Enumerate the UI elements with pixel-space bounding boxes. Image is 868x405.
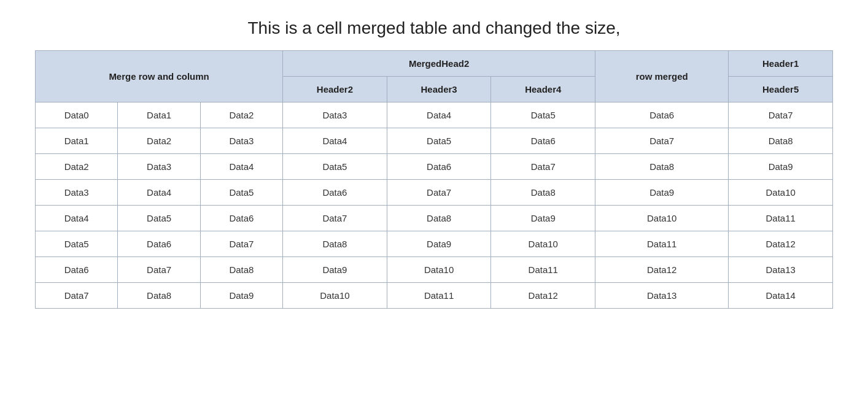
table-cell: Data8 [387,206,491,231]
table-cell: Data9 [283,257,387,283]
header-header1: Header1 [729,51,833,77]
table-cell: Data7 [729,102,833,128]
table-cell: Data11 [387,283,491,309]
table-cell: Data7 [118,257,200,283]
table-cell: Data9 [491,206,595,231]
table-cell: Data11 [595,231,729,257]
header-header4: Header4 [491,77,595,102]
table-cell: Data12 [491,283,595,309]
table-cell: Data7 [491,154,595,180]
table-cell: Data13 [595,283,729,309]
table-cell: Data8 [491,180,595,206]
table-row: Data7Data8Data9Data10Data11Data12Data13D… [36,283,833,309]
header-row-merged: row merged [595,51,729,102]
table-row: Data3Data4Data5Data6Data7Data8Data9Data1… [36,180,833,206]
table-cell: Data11 [491,257,595,283]
header-header3: Header3 [387,77,491,102]
table-cell: Data10 [729,180,833,206]
table-cell: Data10 [283,283,387,309]
table-cell: Data4 [36,206,118,231]
table-cell: Data5 [387,128,491,154]
table-cell: Data4 [283,128,387,154]
table-row: Data2Data3Data4Data5Data6Data7Data8Data9 [36,154,833,180]
table-cell: Data13 [729,257,833,283]
table-row: Data6Data7Data8Data9Data10Data11Data12Da… [36,257,833,283]
table-cell: Data5 [200,180,282,206]
table-cell: Data7 [283,206,387,231]
table-cell: Data2 [118,128,200,154]
table-cell: Data9 [595,180,729,206]
table-cell: Data12 [595,257,729,283]
table-cell: Data10 [595,206,729,231]
table-cell: Data9 [387,231,491,257]
table-cell: Data2 [36,154,118,180]
table-cell: Data0 [36,102,118,128]
table-row: Data1Data2Data3Data4Data5Data6Data7Data8 [36,128,833,154]
table-cell: Data5 [283,154,387,180]
table-cell: Data3 [283,102,387,128]
table-cell: Data6 [200,206,282,231]
table-row: Data0Data1Data2Data3Data4Data5Data6Data7 [36,102,833,128]
header-header5: Header5 [729,77,833,102]
header-header2: Header2 [283,77,387,102]
table-cell: Data4 [118,180,200,206]
table-cell: Data8 [595,154,729,180]
table-cell: Data10 [491,231,595,257]
table-cell: Data8 [118,283,200,309]
table-cell: Data3 [118,154,200,180]
table-cell: Data9 [200,283,282,309]
table-cell: Data2 [200,102,282,128]
table-cell: Data6 [36,257,118,283]
table-cell: Data8 [729,128,833,154]
table-cell: Data8 [283,231,387,257]
table-row: Data5Data6Data7Data8Data9Data10Data11Dat… [36,231,833,257]
table-cell: Data7 [200,231,282,257]
table-cell: Data9 [729,154,833,180]
table-cell: Data3 [36,180,118,206]
table-cell: Data7 [387,180,491,206]
merged-table: Merge row and column MergedHead2 row mer… [35,50,833,309]
table-cell: Data5 [118,206,200,231]
table-cell: Data4 [387,102,491,128]
table-cell: Data6 [595,102,729,128]
table-cell: Data4 [200,154,282,180]
table-cell: Data1 [118,102,200,128]
table-cell: Data6 [491,128,595,154]
page-title: This is a cell merged table and changed … [247,18,620,38]
table-row: Data4Data5Data6Data7Data8Data9Data10Data… [36,206,833,231]
table-cell: Data6 [283,180,387,206]
table-cell: Data1 [36,128,118,154]
table-cell: Data8 [200,257,282,283]
table-cell: Data5 [491,102,595,128]
table-cell: Data7 [36,283,118,309]
table-cell: Data6 [118,231,200,257]
header-merged-head2: MergedHead2 [283,51,595,77]
table-cell: Data11 [729,206,833,231]
table-cell: Data3 [200,128,282,154]
table-cell: Data10 [387,257,491,283]
table-cell: Data14 [729,283,833,309]
table-cell: Data12 [729,231,833,257]
header-merge-row-col: Merge row and column [36,51,283,102]
table-cell: Data5 [36,231,118,257]
table-cell: Data7 [595,128,729,154]
table-cell: Data6 [387,154,491,180]
